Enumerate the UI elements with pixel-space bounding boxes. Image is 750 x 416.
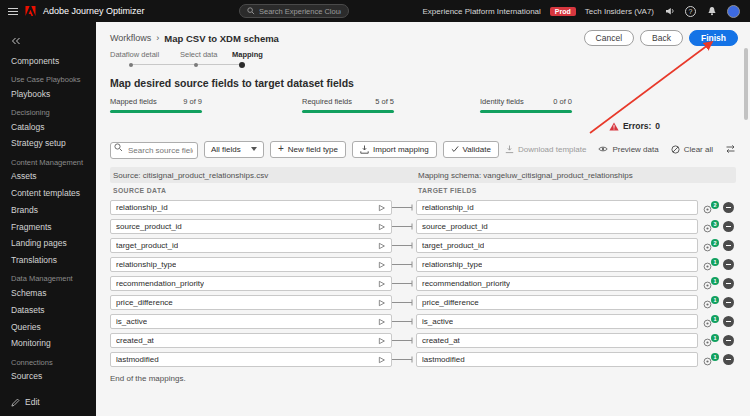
target-field-input[interactable]: is_active <box>416 314 698 329</box>
sidebar-item-assets[interactable]: Assets <box>0 169 96 186</box>
org-name: Experience Platform International <box>423 7 541 16</box>
vertical-scrollbar[interactable] <box>744 48 748 120</box>
global-search-input[interactable] <box>259 7 341 16</box>
map-arrow-icon[interactable] <box>378 280 386 288</box>
source-field-input[interactable]: price_difference <box>110 295 392 310</box>
tenant-name[interactable]: Tech Insiders (VA7) <box>585 7 654 16</box>
target-field-input[interactable]: target_product_id <box>416 238 698 253</box>
sidebar-item-schemas[interactable]: Schemas <box>0 286 96 303</box>
map-arrow-icon[interactable] <box>378 242 386 250</box>
check-icon <box>451 145 459 153</box>
mapping-count-badge[interactable]: 1 <box>703 353 719 366</box>
remove-mapping-button[interactable] <box>723 259 734 270</box>
sidebar-item-fragments[interactable]: Fragments <box>0 219 96 236</box>
step-dot-2 <box>194 63 198 67</box>
remove-mapping-button[interactable] <box>723 354 734 365</box>
target-field-input[interactable]: created_at <box>416 333 698 348</box>
mapping-count-badge[interactable]: 2 <box>703 201 719 214</box>
target-field-input[interactable]: source_product_id <box>416 219 698 234</box>
map-arrow-icon[interactable] <box>378 204 386 212</box>
import-mapping-button[interactable]: Import mapping <box>352 141 437 158</box>
sidebar-item-components[interactable]: Components <box>0 53 96 70</box>
sidebar-item-datasets[interactable]: Datasets <box>0 302 96 319</box>
mapping-count-badge[interactable]: 1 <box>703 315 719 328</box>
step-select-data[interactable]: Select data <box>180 50 218 59</box>
source-field-input[interactable]: relationship_type <box>110 257 392 272</box>
swap-panels-icon[interactable] <box>725 144 736 154</box>
map-arrow-icon[interactable] <box>378 299 386 307</box>
mapping-connector-line <box>392 317 416 326</box>
mapping-count-badge[interactable]: 1 <box>703 277 719 290</box>
map-arrow-icon[interactable] <box>378 356 386 364</box>
source-field-input[interactable]: relationship_id <box>110 200 392 215</box>
sidebar-item-brands[interactable]: Brands <box>0 202 96 219</box>
announcements-icon[interactable] <box>663 5 676 18</box>
map-arrow-icon[interactable] <box>378 223 386 231</box>
preview-data-button[interactable]: Preview data <box>598 145 658 154</box>
step-mapping[interactable]: Mapping <box>232 50 263 59</box>
nav-collapse-icon[interactable] <box>0 25 96 53</box>
cancel-button[interactable]: Cancel <box>584 30 634 46</box>
environment-badge[interactable]: Prod <box>550 7 576 16</box>
sidebar-section-data-management: Data Management <box>0 269 96 285</box>
back-button[interactable]: Back <box>640 30 683 46</box>
help-icon[interactable]: ? <box>685 6 696 17</box>
sidebar-section-use-case-playbooks: Use Case Playbooks <box>0 70 96 86</box>
notifications-bell-icon[interactable] <box>705 5 718 18</box>
mapping-count-badge[interactable]: 2 <box>703 239 719 252</box>
global-search[interactable] <box>239 4 349 18</box>
sidebar-item-sources[interactable]: Sources <box>0 369 96 386</box>
step-dataflow-detail[interactable]: Dataflow detail <box>110 50 159 59</box>
mapping-count-badge[interactable]: 3 <box>703 220 719 233</box>
source-field-input[interactable]: created_at <box>110 333 392 348</box>
sidebar-item-content-templates[interactable]: Content templates <box>0 186 96 203</box>
download-template-button[interactable]: Download template <box>505 145 586 154</box>
mapping-count-badge[interactable]: 1 <box>703 258 719 271</box>
sidebar-item-strategy-setup[interactable]: Strategy setup <box>0 136 96 153</box>
target-field-input[interactable]: relationship_id <box>416 200 698 215</box>
sidebar-item-landing-pages[interactable]: Landing pages <box>0 236 96 253</box>
sidebar-item-catalogs[interactable]: Catalogs <box>0 119 96 136</box>
target-field-input[interactable]: relationship_type <box>416 257 698 272</box>
source-field-input[interactable]: recommendation_priority <box>110 276 392 291</box>
fields-filter-select[interactable]: All fields <box>204 141 264 158</box>
target-field-input[interactable]: lastmodified <box>416 352 698 367</box>
user-avatar[interactable] <box>727 5 740 18</box>
source-field-input[interactable]: lastmodified <box>110 352 392 367</box>
menu-icon[interactable] <box>8 8 18 15</box>
mapping-row: source_product_id source_product_id 3 <box>110 217 736 236</box>
new-field-type-button[interactable]: + New field type <box>270 141 346 158</box>
sidebar-item-monitoring[interactable]: Monitoring <box>0 336 96 353</box>
target-field-input[interactable]: price_difference <box>416 295 698 310</box>
source-field-input[interactable]: target_product_id <box>110 238 392 253</box>
sidebar-item-queries[interactable]: Queries <box>0 319 96 336</box>
source-field-input[interactable]: source_product_id <box>110 219 392 234</box>
source-file-header: Source: citisignal_product_relationships… <box>110 171 416 180</box>
mapping-count-badge[interactable]: 1 <box>703 296 719 309</box>
sidebar-item-translations[interactable]: Translations <box>0 253 96 270</box>
breadcrumb-workflows-link[interactable]: Workflows <box>110 33 151 43</box>
map-arrow-icon[interactable] <box>378 261 386 269</box>
validate-button[interactable]: Validate <box>443 141 499 158</box>
source-field-input[interactable]: is_active <box>110 314 392 329</box>
map-arrow-icon[interactable] <box>378 318 386 326</box>
mapping-row: is_active is_active 1 <box>110 312 736 331</box>
mapping-count-badge[interactable]: 1 <box>703 334 719 347</box>
source-fields-search-input[interactable] <box>110 142 198 159</box>
remove-mapping-button[interactable] <box>723 240 734 251</box>
clear-icon <box>671 145 680 154</box>
remove-mapping-button[interactable] <box>723 221 734 232</box>
source-data-column-header: SOURCE DATA <box>110 187 416 194</box>
remove-mapping-button[interactable] <box>723 297 734 308</box>
map-arrow-icon[interactable] <box>378 337 386 345</box>
remove-mapping-button[interactable] <box>723 278 734 289</box>
remove-mapping-button[interactable] <box>723 316 734 327</box>
remove-mapping-button[interactable] <box>723 202 734 213</box>
clear-all-button[interactable]: Clear all <box>671 145 713 154</box>
sidebar-edit-button[interactable]: Edit <box>0 393 96 411</box>
sidebar-item-playbooks[interactable]: Playbooks <box>0 86 96 103</box>
target-field-input[interactable]: recommendation_priority <box>416 276 698 291</box>
remove-mapping-button[interactable] <box>723 335 734 346</box>
finish-button[interactable]: Finish <box>689 30 738 46</box>
mapping-row: lastmodified lastmodified 1 <box>110 350 736 369</box>
